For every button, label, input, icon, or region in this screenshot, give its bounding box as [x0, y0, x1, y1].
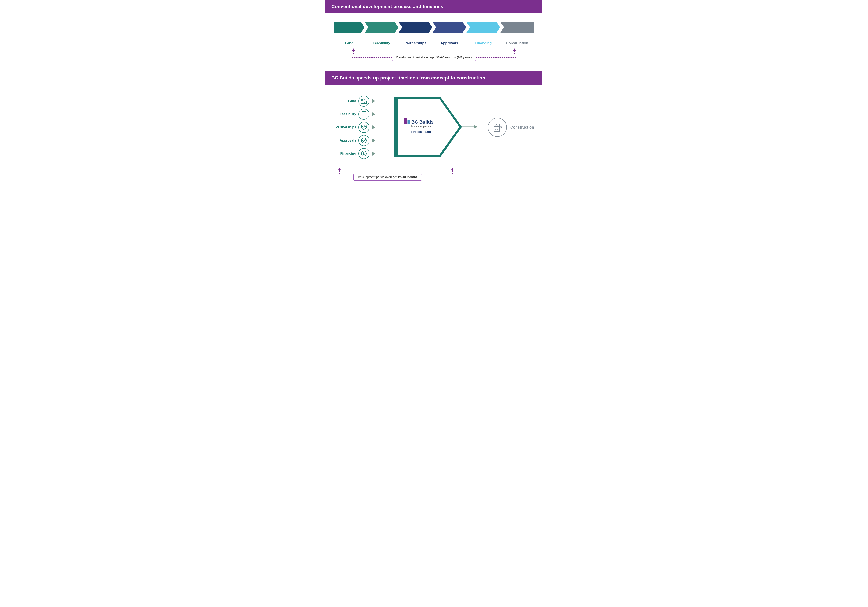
- main-diagram-row: Land Feasibility: [334, 93, 534, 162]
- chevron-feasibility: [364, 22, 398, 33]
- chevron-land: [334, 22, 364, 33]
- svg-text:BC Builds: BC Builds: [411, 119, 434, 125]
- label-financing: Financing: [466, 40, 500, 46]
- input-arrow-land: [372, 99, 375, 103]
- bottom-section-header: BC Builds speeds up project timelines fr…: [326, 71, 542, 85]
- top-content: Land Feasibility Partnerships Approvals …: [326, 13, 542, 71]
- svg-rect-22: [408, 120, 410, 124]
- svg-rect-2: [363, 102, 364, 104]
- bottom-dashed-h-left: [338, 177, 353, 177]
- right-dashed-arrow: [513, 48, 516, 54]
- construction-icon-circle: [488, 118, 507, 137]
- svg-rect-28: [497, 128, 498, 130]
- input-label-feasibility: Feasibility: [334, 112, 356, 116]
- top-dev-period-value: 36–60 months (3-5 years): [436, 56, 471, 59]
- label-feasibility: Feasibility: [364, 40, 398, 46]
- bottom-content: Land Feasibility: [326, 85, 542, 193]
- input-label-financing: Financing: [334, 152, 356, 155]
- bottom-dev-period: Development period average: 12–18 months: [334, 168, 534, 181]
- bottom-header-text: BC Builds speeds up project timelines fr…: [326, 71, 542, 85]
- chevron-row: [334, 22, 534, 33]
- bottom-dashed-box-row: Development period average: 12–18 months: [338, 174, 458, 181]
- svg-point-35: [501, 126, 502, 127]
- arrow-up-left: [352, 48, 355, 51]
- svg-rect-17: [394, 97, 398, 156]
- input-arrow-partnerships: [372, 125, 375, 129]
- svg-text:homes for people: homes for people: [411, 125, 431, 128]
- top-header-text: Conventional development process and tim…: [326, 0, 542, 13]
- bottom-dev-period-value: 12–18 months: [398, 175, 417, 179]
- input-row-partnerships: Partnerships: [334, 122, 375, 133]
- input-label-approvals: Approvals: [334, 139, 356, 142]
- input-row-approvals: Approvals: [334, 135, 375, 146]
- svg-rect-21: [405, 118, 407, 124]
- chevron-construction: [500, 22, 534, 33]
- funnel-svg: BC Builds homes for people Project Team: [378, 93, 490, 161]
- bottom-left-arrow: [338, 168, 341, 174]
- bottom-arrow-up-right: [451, 168, 454, 170]
- svg-point-12: [361, 138, 366, 143]
- bottom-right-arrow: [451, 168, 454, 174]
- input-label-land: Land: [334, 99, 356, 103]
- label-approvals: Approvals: [432, 40, 466, 46]
- chevron-approvals: [432, 22, 466, 33]
- label-construction: Construction: [500, 40, 534, 46]
- svg-text:Project Team: Project Team: [411, 130, 431, 133]
- label-land: Land: [334, 40, 364, 46]
- partnerships-icon: [358, 122, 369, 133]
- top-dev-period-text: Development period average:: [397, 56, 436, 59]
- top-section-header: Conventional development process and tim…: [326, 0, 542, 13]
- input-arrow-approvals: [372, 139, 375, 142]
- land-icon: [358, 96, 369, 107]
- financing-icon: $: [358, 148, 369, 159]
- svg-marker-19: [474, 125, 477, 129]
- top-dev-period: Development period average: 36–60 months…: [334, 48, 534, 61]
- top-dev-period-label: Development period average: 36–60 months…: [392, 54, 476, 61]
- chevron-financing: [466, 22, 500, 33]
- bottom-dev-period-label: Development period average: 12–18 months: [353, 174, 422, 181]
- dashed-line-h-right: [476, 57, 516, 57]
- arrow-up-right: [513, 48, 516, 51]
- input-arrow-feasibility: [372, 112, 375, 116]
- funnel-center: BC Builds homes for people Project Team: [378, 93, 490, 162]
- top-dashed-box-row: Development period average: 36–60 months…: [352, 54, 516, 61]
- dashed-line-h-left: [352, 57, 392, 57]
- bottom-arrows-row: [338, 168, 454, 174]
- construction-label-text: Construction: [510, 125, 534, 130]
- bottom-dev-period-text: Development period average:: [358, 175, 398, 179]
- label-partnerships: Partnerships: [398, 40, 432, 46]
- input-row-financing: Financing $: [334, 148, 375, 159]
- svg-line-30: [496, 124, 499, 127]
- top-dev-period-arrows: [352, 48, 516, 54]
- input-row-feasibility: Feasibility: [334, 109, 375, 120]
- left-dashed-arrow: [352, 48, 355, 54]
- bottom-arrow-up-left: [338, 168, 341, 170]
- left-inputs: Land Feasibility: [334, 96, 375, 159]
- approvals-icon: [358, 135, 369, 146]
- construction-output: Construction: [488, 118, 534, 137]
- input-label-partnerships: Partnerships: [334, 125, 356, 129]
- svg-rect-0: [361, 101, 367, 104]
- chevron-partnerships: [398, 22, 432, 33]
- svg-rect-27: [495, 128, 496, 130]
- bottom-dashed-h-right: [422, 177, 437, 177]
- input-row-land: Land: [334, 96, 375, 107]
- input-arrow-financing: [372, 152, 375, 155]
- svg-line-29: [494, 124, 496, 127]
- svg-text:$: $: [363, 152, 365, 155]
- feasibility-icon: [358, 109, 369, 120]
- chevron-label-row: Land Feasibility Partnerships Approvals …: [334, 40, 534, 46]
